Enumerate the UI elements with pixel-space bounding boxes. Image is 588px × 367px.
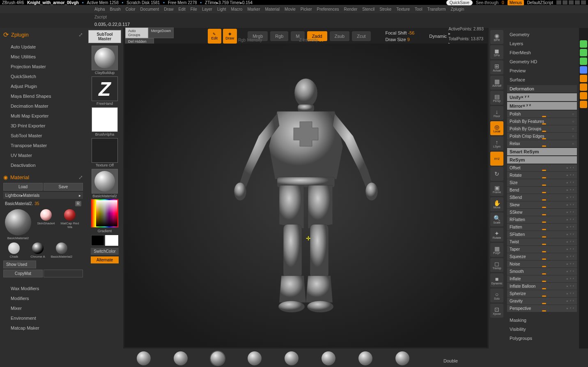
slider-rotate[interactable]: Rotate× ʸ ᶻ (507, 172, 577, 179)
material-section[interactable]: Modifiers (3, 293, 83, 303)
tool-cell[interactable]: Texture Off (91, 138, 119, 167)
slider-flatten[interactable]: Flatten× ʸ ᶻ (507, 224, 577, 231)
menu-layer[interactable]: Layer (202, 7, 212, 12)
view-aahalf[interactable]: ▦AAHalf (490, 76, 503, 90)
zplugin-header[interactable]: Zplugin⤢ (3, 30, 83, 39)
panel-masking[interactable]: Masking (507, 316, 577, 325)
menu-light[interactable]: Light (217, 7, 226, 12)
panel-visibility[interactable]: Visibility (507, 325, 577, 334)
slider-smooth[interactable]: Smooth× ʸ ᶻ (507, 268, 577, 275)
tool-cell[interactable]: BrushAlpha (91, 107, 119, 136)
menu-alpha[interactable]: Alpha (94, 7, 105, 12)
window-controls[interactable] (556, 0, 586, 5)
view-persp[interactable]: ▤Persp (490, 91, 503, 105)
material-section[interactable]: Environment (3, 313, 83, 323)
plugin-item[interactable]: Auto Update (3, 42, 83, 52)
brush-dam_standard[interactable]: Dam_Standard (279, 351, 304, 367)
menu-color[interactable]: Color (126, 7, 136, 12)
plugin-item[interactable]: Maya Blend Shapes (3, 91, 83, 101)
slider-rflatten[interactable]: RFlatten× ʸ ᶻ (507, 216, 577, 223)
slider-polish-by-groups[interactable]: Polish By Groups○ (507, 125, 577, 132)
view-floor[interactable]: ↓Floor (490, 106, 503, 120)
view-icon[interactable]: ↻ (490, 167, 503, 181)
view-rotate[interactable]: ✦Rotate (490, 228, 503, 242)
menu-draw[interactable]: Draw (164, 7, 173, 12)
deformation-header[interactable]: Deformation (507, 85, 577, 92)
slider-polish-by-features[interactable]: Polish By Features○ (507, 118, 577, 125)
plugin-item[interactable]: QuickSketch (3, 72, 83, 81)
material-sphere[interactable]: BasicMaterial2 (51, 242, 72, 259)
fr-icon[interactable] (580, 83, 587, 91)
view-move[interactable]: ✋Move (490, 197, 503, 211)
menu-render[interactable]: Render (344, 7, 358, 12)
brush-claybuildup[interactable]: ClayBuildup (205, 351, 230, 367)
tool-cell[interactable]: ClayBuildup (91, 46, 119, 75)
plugin-item[interactable]: SubTool Master (3, 131, 83, 141)
brush-move[interactable]: Move (131, 351, 156, 367)
view-xyz[interactable]: XYZ (490, 152, 503, 166)
menu-picker[interactable]: Picker (301, 7, 312, 12)
view-frame[interactable]: ▣Frame (490, 182, 503, 196)
panel-fibermesh[interactable]: FiberMesh (507, 48, 577, 57)
plugin-item[interactable]: Adjust Plugin (3, 81, 83, 91)
menu-stencil[interactable]: Stencil (362, 7, 374, 12)
plugin-item[interactable]: Transpose Master (3, 141, 83, 150)
menu-tool[interactable]: Tool (415, 7, 422, 12)
r-button[interactable]: R (75, 201, 81, 206)
view-actual[interactable]: ⊞Actual (490, 60, 503, 74)
resym-button[interactable]: ReSym (507, 156, 577, 164)
view-spix[interactable]: ◼SPix (490, 45, 503, 59)
material-sphere[interactable]: Chrome A (27, 242, 48, 259)
view-xpose[interactable]: ⊡Xpose (490, 304, 503, 318)
fr-icon[interactable] (580, 66, 587, 74)
menu-zplugin[interactable]: Zplugin (451, 7, 464, 12)
menu-stroke[interactable]: Stroke (379, 7, 391, 12)
slider-sflatten[interactable]: SFlatten× ʸ ᶻ (507, 231, 577, 238)
panel-layers[interactable]: Layers (507, 39, 577, 48)
view-solo[interactable]: ○Solo (490, 289, 503, 302)
slider-sskew[interactable]: SSkew× ʸ ᶻ (507, 209, 577, 216)
fr-icon[interactable] (580, 58, 587, 65)
subtool-master-button[interactable]: SubTool Master (88, 30, 121, 43)
material-sphere[interactable]: Chalk (3, 242, 25, 259)
material-header[interactable]: Material⤢ (3, 174, 83, 180)
brush-claytubes[interactable]: ClayTubes (316, 351, 341, 367)
slider-noise[interactable]: Noise× ʸ ᶻ (507, 261, 577, 268)
panel-geometryhd[interactable]: Geometry HD (507, 57, 577, 66)
fr-icon[interactable] (580, 49, 587, 56)
slider-polish-crisp-edges[interactable]: Polish Crisp Edges○ (507, 133, 577, 140)
viewport-3d[interactable]: ✛ (124, 44, 487, 347)
show-used-button[interactable]: Show Used (3, 261, 36, 268)
slider-offset[interactable]: Offset× ʸ ᶻ (507, 164, 577, 171)
view-local[interactable]: ◎Local (490, 121, 503, 135)
menu-file[interactable]: File (191, 7, 197, 12)
view-bpr[interactable]: ◉BPR (490, 30, 503, 44)
menus-toggle[interactable]: Menus (508, 0, 524, 5)
plugin-item[interactable]: Misc Utilities (3, 52, 83, 62)
fr-icon[interactable] (580, 40, 587, 48)
autogroups-button[interactable]: Auto Groups (125, 28, 148, 38)
fr-icon[interactable] (580, 75, 587, 82)
menu-transform[interactable]: Transform (427, 7, 446, 12)
menu-material[interactable]: Material (265, 7, 280, 12)
menu-marker[interactable]: Marker (247, 7, 260, 12)
slider-polish[interactable]: Polish○ (507, 111, 577, 118)
slider-taper[interactable]: Taper× ʸ ᶻ (507, 246, 577, 253)
copymat-button[interactable]: CopyMat (3, 270, 43, 277)
tool-cell[interactable]: BasicMaterial2 (91, 169, 119, 198)
plugin-item[interactable]: 3D Print Exporter (3, 121, 83, 131)
material-section[interactable]: Matcap Maker (3, 323, 83, 333)
plugin-item[interactable]: Deactivation (3, 160, 83, 170)
slider-spherize[interactable]: Spherize× ʸ ᶻ (507, 290, 577, 297)
quicksave-button[interactable]: QuickSave (446, 0, 473, 5)
view-polyf[interactable]: ▦PolyF (490, 243, 503, 257)
color-picker[interactable] (91, 199, 119, 228)
plugin-item[interactable]: UV Master (3, 150, 83, 160)
lightbox-materials[interactable]: Lightbox▸Materials▸ (3, 192, 83, 199)
double-toggle[interactable]: Double (443, 358, 458, 363)
slider-inflate[interactable]: Inflate× ʸ ᶻ (507, 275, 577, 282)
alternate-button[interactable]: Alternate (91, 256, 119, 263)
slider-skew[interactable]: Skew× ʸ ᶻ (507, 201, 577, 208)
submenu-zscript[interactable]: Zscript (0, 13, 588, 21)
swatch-white[interactable] (105, 235, 118, 246)
